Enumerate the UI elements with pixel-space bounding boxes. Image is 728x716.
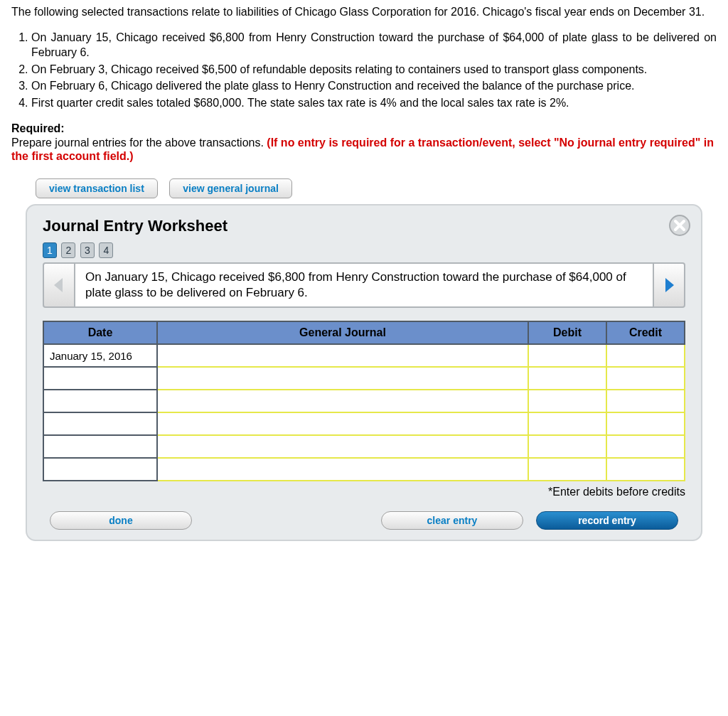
table-row	[43, 367, 685, 390]
date-cell	[43, 412, 157, 435]
clear-entry-button[interactable]: clear entry	[381, 511, 523, 530]
view-transaction-list-button[interactable]: view transaction list	[36, 178, 158, 198]
table-row: January 15, 2016	[43, 344, 685, 367]
general-journal-input[interactable]	[157, 390, 528, 412]
general-journal-input[interactable]	[157, 458, 528, 481]
step-1-button[interactable]: 1	[43, 242, 57, 258]
table-footnote: *Enter debits before credits	[43, 486, 685, 498]
header-general-journal: General Journal	[157, 321, 528, 344]
table-row	[43, 435, 685, 458]
list-item: First quarter credit sales totaled $680,…	[31, 95, 717, 111]
intro-text: The following selected transactions rela…	[11, 4, 717, 20]
debit-input[interactable]	[528, 390, 606, 412]
date-cell	[43, 458, 157, 481]
credit-input[interactable]	[606, 390, 685, 412]
journal-table: Date General Journal Debit Credit Januar…	[43, 321, 685, 481]
date-cell	[43, 390, 157, 412]
worksheet-title: Journal Entry Worksheet	[43, 217, 685, 235]
debit-input[interactable]	[528, 458, 606, 481]
step-4-button[interactable]: 4	[99, 242, 113, 258]
table-row	[43, 458, 685, 481]
chevron-right-icon	[663, 277, 675, 294]
done-button[interactable]: done	[50, 511, 192, 530]
list-item: On January 15, Chicago received $6,800 f…	[31, 30, 717, 60]
debit-input[interactable]	[528, 412, 606, 435]
chevron-left-icon	[53, 277, 65, 294]
credit-input[interactable]	[606, 458, 685, 481]
next-arrow-button[interactable]	[653, 262, 685, 308]
general-journal-input[interactable]	[157, 344, 528, 367]
transaction-prompt: On January 15, Chicago received $6,800 f…	[75, 262, 653, 308]
view-general-journal-button[interactable]: view general journal	[169, 178, 292, 198]
table-row	[43, 390, 685, 412]
general-journal-input[interactable]	[157, 367, 528, 390]
close-icon[interactable]	[668, 214, 691, 237]
debit-input[interactable]	[528, 367, 606, 390]
table-body: January 15, 2016	[43, 344, 685, 481]
table-header-row: Date General Journal Debit Credit	[43, 321, 685, 344]
date-cell	[43, 367, 157, 390]
list-item: On February 3, Chicago received $6,500 o…	[31, 62, 717, 78]
date-cell: January 15, 2016	[43, 344, 157, 367]
page: The following selected transactions rela…	[0, 0, 728, 552]
general-journal-input[interactable]	[157, 435, 528, 458]
header-debit: Debit	[528, 321, 606, 344]
prompt-navigator: On January 15, Chicago received $6,800 f…	[43, 262, 685, 308]
date-cell	[43, 435, 157, 458]
required-label: Required:	[11, 122, 65, 134]
view-buttons-row: view transaction list view general journ…	[36, 178, 717, 198]
svg-marker-1	[54, 278, 63, 292]
prev-arrow-button[interactable]	[43, 262, 75, 308]
table-row	[43, 412, 685, 435]
transaction-list: On January 15, Chicago received $6,800 f…	[11, 30, 717, 111]
action-row: done clear entry record entry	[43, 511, 685, 530]
required-text: Prepare journal entries for the above tr…	[11, 137, 267, 149]
credit-input[interactable]	[606, 412, 685, 435]
step-2-button[interactable]: 2	[61, 242, 75, 258]
credit-input[interactable]	[606, 435, 685, 458]
debit-input[interactable]	[528, 435, 606, 458]
svg-marker-2	[665, 278, 674, 292]
header-date: Date	[43, 321, 157, 344]
general-journal-input[interactable]	[157, 412, 528, 435]
credit-input[interactable]	[606, 344, 685, 367]
debit-input[interactable]	[528, 344, 606, 367]
credit-input[interactable]	[606, 367, 685, 390]
step-3-button[interactable]: 3	[80, 242, 95, 258]
list-item: On February 6, Chicago delivered the pla…	[31, 78, 717, 94]
required-block: Required: Prepare journal entries for th…	[11, 122, 717, 164]
step-navigator: 1 2 3 4	[43, 242, 685, 258]
record-entry-button[interactable]: record entry	[536, 511, 678, 530]
worksheet-panel: Journal Entry Worksheet 1 2 3 4 On Janua…	[26, 204, 702, 541]
header-credit: Credit	[606, 321, 685, 344]
